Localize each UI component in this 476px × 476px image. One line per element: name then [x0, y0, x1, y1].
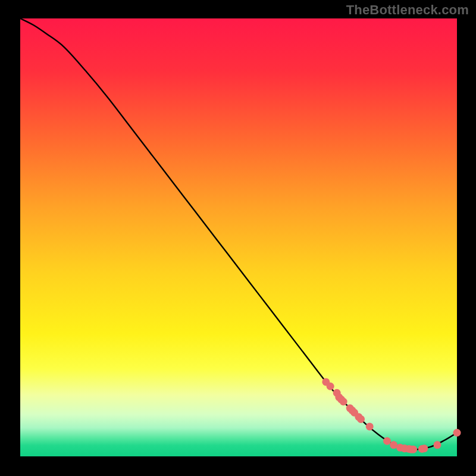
- bottleneck-chart: [0, 0, 476, 476]
- curve-dot: [327, 383, 334, 390]
- curve-dot: [453, 429, 461, 437]
- gradient-background: [20, 18, 457, 456]
- curve-dot: [340, 398, 347, 406]
- curve-dot: [357, 415, 365, 423]
- watermark-label: TheBottleneck.com: [346, 2, 469, 18]
- chart-stage: { "watermark": "TheBottleneck.com", "plo…: [0, 0, 476, 476]
- curve-dot: [409, 446, 417, 453]
- curve-dot: [420, 444, 428, 452]
- curve-dot: [433, 441, 441, 449]
- curve-dot: [383, 437, 391, 445]
- curve-dot: [366, 422, 374, 430]
